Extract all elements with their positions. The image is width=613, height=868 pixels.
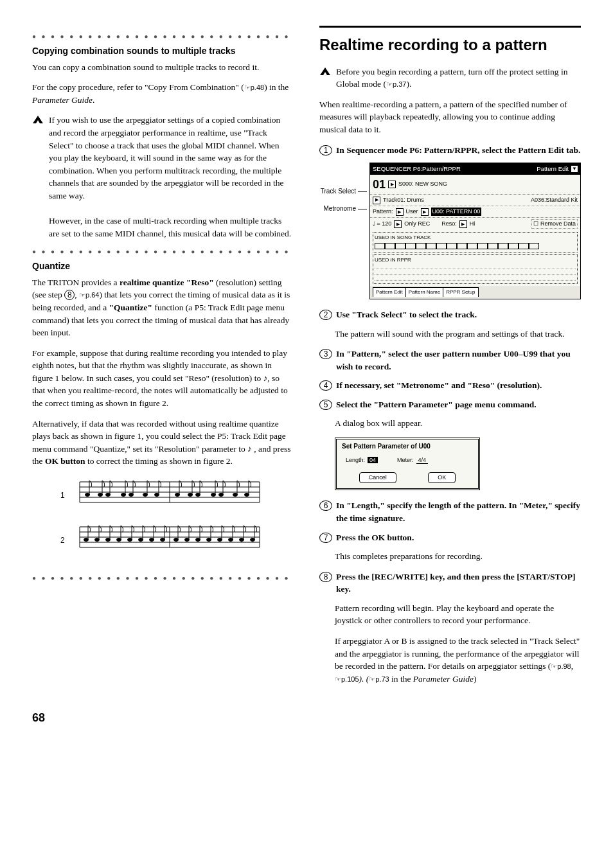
text: to correct the timing as shown in figure…: [85, 456, 233, 466]
svg-point-20: [154, 493, 159, 496]
lcd-song-number: 01: [373, 176, 386, 193]
step-ref-8: 8: [64, 290, 75, 300]
lcd-label: Reso:: [441, 220, 457, 228]
step-text: If necessary, set "Metronome" and "Reso"…: [336, 379, 581, 392]
text: ,: [75, 290, 79, 299]
text: .: [93, 95, 94, 105]
page-ref: ☞p.48: [244, 84, 264, 91]
text-bold: realtime quantize "Reso": [120, 278, 214, 287]
svg-point-24: [188, 493, 192, 496]
text: in the: [389, 674, 413, 684]
svg-point-52: [127, 538, 132, 541]
dialog-value: 04: [368, 457, 378, 463]
dialog-pattern-parameter: Set Pattern Parameter of U00 Length:04 M…: [335, 438, 480, 491]
text: ) in the: [264, 82, 289, 92]
para: When realtime-recording a pattern, a pat…: [319, 98, 581, 136]
para: The pattern will sound with the program …: [335, 328, 581, 341]
play-icon: ▶: [421, 208, 429, 216]
page-ref: ☞p.64: [79, 291, 99, 299]
dialog-value: 4/4: [416, 457, 429, 464]
step-number: 2: [319, 310, 332, 320]
step-6: 6 In "Length," specify the length of the…: [319, 499, 581, 524]
svg-point-34: [244, 493, 249, 496]
svg-point-12: [105, 493, 110, 496]
cancel-button: Cancel: [359, 472, 396, 483]
callout-track-select: Track Select: [321, 187, 367, 197]
section-heading: Realtime recording to a pattern: [319, 34, 581, 57]
note-block: If you wish to use the arpeggiator setti…: [32, 114, 294, 240]
lcd-tab: Pattern Name: [405, 287, 443, 297]
step-text: In "Pattern," select the user pattern nu…: [336, 348, 581, 373]
lcd-remove-data: ☐ Remove Data: [531, 219, 578, 229]
svg-point-16: [129, 493, 133, 496]
text-italic: Parameter Guide: [32, 95, 93, 105]
heading-copying: Copying combination sounds to multiple t…: [32, 44, 294, 57]
para: For example, suppose that during realtim…: [32, 347, 294, 410]
note-block: Before you begin recording a pattern, tu…: [319, 66, 581, 91]
step-text: Select the "Pattern Parameter" page menu…: [336, 398, 581, 411]
svg-point-10: [98, 493, 102, 496]
step-7: 7 Press the OK button.: [319, 531, 581, 544]
svg-point-46: [94, 538, 99, 541]
separator-dots: ● ● ● ● ● ● ● ● ● ● ● ● ● ● ● ● ● ● ● ● …: [32, 32, 294, 42]
para: Alternatively, if data that was recorded…: [32, 418, 294, 468]
text: If arpeggiator A or B is assigned to the…: [335, 636, 580, 671]
lcd-program: A036:Standard Kit: [531, 196, 578, 204]
step-number: 7: [319, 533, 332, 543]
step-8: 8 Press the [REC/WRITE] key, and then pr…: [319, 571, 581, 596]
play-icon: ▶: [459, 220, 467, 228]
figure-label-2: 2: [60, 536, 65, 545]
lcd-reso: Hi: [470, 220, 475, 228]
menu-triangle-icon: ▼: [571, 166, 578, 172]
lcd-song-name: S000: NEW SONG: [398, 180, 447, 188]
play-icon: ▶: [388, 181, 396, 188]
svg-point-48: [105, 538, 110, 541]
lcd-used-rppr: USED IN RPPR: [373, 254, 578, 285]
step-number: 5: [319, 400, 332, 410]
text-italic: Parameter Guide: [413, 674, 474, 684]
step-number: 6: [319, 500, 332, 511]
play-icon: ▶: [396, 208, 404, 216]
svg-point-66: [206, 538, 211, 541]
page-ref: ☞p.73: [369, 675, 389, 683]
lcd-track: Track01: Drums: [383, 196, 424, 204]
svg-point-74: [250, 538, 254, 541]
heading-quantize: Quantize: [32, 260, 294, 272]
para: The TRITON provides a realtime quantize …: [32, 276, 294, 339]
svg-point-50: [116, 538, 121, 541]
note-text: Before you begin recording a pattern, tu…: [336, 67, 567, 89]
lcd-tab: RPPR Setup: [443, 287, 478, 297]
para: This completes preparations for recordin…: [335, 550, 581, 563]
lcd-label: Pattern:: [373, 208, 393, 216]
svg-point-8: [85, 493, 89, 496]
rule: [319, 26, 581, 28]
svg-point-18: [143, 493, 147, 496]
step-text: Use "Track Select" to select the track.: [336, 308, 581, 321]
play-icon: ▶: [373, 197, 380, 204]
note-text: If you wish to use the arpeggiator setti…: [49, 115, 284, 200]
svg-point-32: [233, 493, 237, 496]
step-1: 1 In Sequencer mode P6: Pattern/RPPR, se…: [319, 144, 581, 157]
note-icon: [32, 115, 44, 124]
dialog-label: Length:: [346, 457, 365, 463]
text: ). (: [359, 674, 369, 684]
ok-button: OK: [428, 472, 456, 483]
step-number: 1: [319, 145, 332, 155]
text-bold: OK button: [45, 456, 85, 466]
page-ref: ☞p.105: [335, 675, 359, 683]
step-number: 8: [319, 572, 332, 582]
separator-dots: ● ● ● ● ● ● ● ● ● ● ● ● ● ● ● ● ● ● ● ● …: [32, 574, 294, 583]
lcd-pattern-bank: User: [406, 208, 418, 216]
step-5: 5 Select the "Pattern Parameter" page me…: [319, 398, 581, 411]
text: The TRITON provides a: [32, 278, 120, 287]
step-text: In "Length," specify the length of the p…: [336, 499, 581, 524]
step-2: 2 Use "Track Select" to select the track…: [319, 308, 581, 321]
svg-point-22: [175, 493, 179, 496]
lcd-tempo: ♩ = 120: [373, 220, 391, 228]
lcd-tabs: Pattern Edit Pattern Name RPPR Setup: [370, 286, 580, 299]
text: ): [474, 674, 477, 684]
lcd-metronome: Only REC: [404, 220, 430, 228]
quantize-diagram: 1: [60, 475, 266, 563]
svg-point-60: [173, 538, 178, 541]
svg-point-30: [218, 493, 223, 496]
